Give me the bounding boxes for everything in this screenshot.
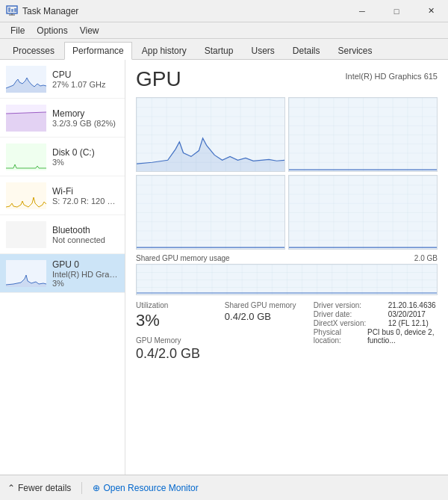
- gpu-memory-label: GPU Memory: [136, 336, 225, 345]
- sidebar-item-disk[interactable]: Disk 0 (C:)3%: [0, 138, 125, 176]
- sidebar-mini-chart-disk: [6, 143, 46, 170]
- shared-memory-max: 2.0 GB: [414, 254, 438, 262]
- sidebar-item-info-wifi: Wi-FiS: 72.0 R: 120 Kbps: [52, 186, 119, 206]
- close-button[interactable]: ✕: [414, 0, 448, 22]
- sidebar-item-info-disk: Disk 0 (C:)3%: [52, 147, 119, 167]
- tab-services[interactable]: Services: [330, 42, 381, 59]
- main-content: CPU27% 1.07 GHz Memory3.2/3.9 GB (82%) D…: [0, 60, 448, 475]
- detail-header: GPU Intel(R) HD Graphics 615: [136, 67, 438, 91]
- directx-row: DirectX version: 12 (FL 12.1): [314, 319, 438, 327]
- sidebar-item-name-gpu: GPU 0: [52, 259, 119, 270]
- sidebar-mini-chart-bluetooth: [6, 221, 46, 248]
- fewer-details-button[interactable]: ⌃ Fewer details: [7, 483, 71, 493]
- utilization-value: 3%: [136, 311, 225, 330]
- directx-label: DirectX version:: [314, 319, 388, 327]
- svg-rect-2: [11, 9, 13, 12]
- driver-date-label: Driver date:: [314, 310, 388, 318]
- maximize-button[interactable]: □: [379, 0, 414, 22]
- shared-gpu-value: 0.4/2.0 GB: [225, 311, 314, 322]
- svg-rect-19: [289, 98, 437, 171]
- chart-video-processing-svg: [289, 176, 437, 249]
- menu-item-file[interactable]: File: [4, 24, 31, 37]
- fewer-details-label: Fewer details: [18, 483, 71, 493]
- resource-monitor-icon: ⊕: [93, 483, 100, 493]
- chart-video-decode: ▾ Video Decode 0%: [136, 175, 285, 250]
- sidebar-item-sub-wifi: S: 72.0 R: 120 Kbps: [52, 197, 119, 206]
- chart-copy: ▾ Copy 0%: [288, 97, 438, 172]
- sidebar-item-cpu[interactable]: CPU27% 1.07 GHz: [0, 60, 125, 99]
- tab-details[interactable]: Details: [284, 42, 329, 59]
- sidebar-item-wifi[interactable]: Wi-FiS: 72.0 R: 120 Kbps: [0, 176, 125, 215]
- tab-processes[interactable]: Processes: [4, 42, 63, 59]
- driver-version-row: Driver version: 21.20.16.4636: [314, 301, 438, 309]
- gpu-subtitle: Intel(R) HD Graphics 615: [346, 72, 438, 81]
- sidebar-item-sub2-gpu: 3%: [52, 279, 119, 288]
- sidebar-item-info-memory: Memory3.2/3.9 GB (82%): [52, 108, 119, 128]
- sidebar-item-name-bluetooth: Bluetooth: [52, 225, 119, 235]
- driver-date-value: 03/20/2017: [388, 310, 426, 318]
- titlebar-left: Task Manager: [6, 5, 78, 17]
- shared-memory-section: Shared GPU memory usage 2.0 GB: [136, 254, 438, 295]
- sidebar-item-name-wifi: Wi-Fi: [52, 186, 119, 197]
- sidebar-item-name-disk: Disk 0 (C:): [52, 147, 119, 158]
- svg-rect-11: [6, 182, 46, 209]
- shared-gpu-label: Shared GPU memory: [225, 301, 314, 309]
- shared-memory-svg: [137, 265, 437, 294]
- sidebar-mini-chart-wifi: [6, 182, 46, 209]
- task-manager-icon: [6, 5, 18, 17]
- footer-separator: [81, 482, 82, 494]
- tab-performance[interactable]: Performance: [64, 42, 132, 60]
- sidebar-mini-chart-memory: [6, 105, 46, 132]
- physical-location-row: Physical location: PCI bus 0, device 2, …: [314, 328, 438, 345]
- svg-marker-9: [6, 112, 46, 132]
- svg-rect-23: [289, 176, 437, 249]
- footer: ⌃ Fewer details ⊕ Open Resource Monitor: [0, 475, 448, 500]
- driver-version-label: Driver version:: [314, 301, 388, 309]
- directx-value: 12 (FL 12.1): [388, 319, 429, 327]
- chart-3d: ▾ 3D 3%: [136, 97, 285, 172]
- sidebar-item-sub-cpu: 27% 1.07 GHz: [52, 80, 119, 89]
- minimize-button[interactable]: ─: [345, 0, 379, 22]
- sidebar-item-sub-gpu: Intel(R) HD Graphics 61...: [52, 270, 119, 279]
- chevron-up-icon: ⌃: [7, 483, 15, 493]
- sidebar-item-name-memory: Memory: [52, 108, 119, 119]
- sidebar-item-info-cpu: CPU27% 1.07 GHz: [52, 70, 119, 89]
- svg-rect-12: [6, 221, 46, 248]
- utilization-label: Utilization: [136, 301, 225, 309]
- sidebar: CPU27% 1.07 GHz Memory3.2/3.9 GB (82%) D…: [0, 60, 125, 475]
- shared-memory-header: Shared GPU memory usage 2.0 GB: [136, 254, 438, 262]
- shared-memory-chart: [136, 264, 438, 295]
- titlebar-title: Task Manager: [22, 6, 78, 16]
- chart-3d-svg: [137, 98, 284, 171]
- sidebar-item-sub-bluetooth: Not connected: [52, 235, 119, 244]
- driver-date-row: Driver date: 03/20/2017: [314, 310, 438, 318]
- svg-rect-25: [137, 265, 437, 294]
- tabbar: ProcessesPerformanceApp historyStartupUs…: [0, 39, 448, 60]
- driver-version-value: 21.20.16.4636: [388, 301, 436, 309]
- sidebar-item-gpu[interactable]: GPU 0Intel(R) HD Graphics 61...3%: [0, 254, 125, 293]
- detail-panel: GPU Intel(R) HD Graphics 615 ▾ 3D 3%: [125, 60, 448, 475]
- utilization-col: Utilization 3% GPU Memory 0.4/2.0 GB: [136, 301, 225, 362]
- sidebar-item-info-bluetooth: BluetoothNot connected: [52, 225, 119, 244]
- gpu-title: GPU: [136, 67, 181, 91]
- driver-info-col: Driver version: 21.20.16.4636 Driver dat…: [314, 301, 438, 362]
- chart-video-decode-svg: [137, 176, 284, 249]
- menu-item-options[interactable]: Options: [31, 24, 73, 37]
- tab-app-history[interactable]: App history: [134, 42, 195, 59]
- sidebar-item-info-gpu: GPU 0Intel(R) HD Graphics 61...3%: [52, 259, 119, 288]
- svg-rect-21: [137, 176, 284, 249]
- sidebar-item-sub-memory: 3.2/3.9 GB (82%): [52, 119, 119, 128]
- tab-users[interactable]: Users: [243, 42, 282, 59]
- shared-gpu-col: Shared GPU memory 0.4/2.0 GB: [225, 301, 314, 362]
- open-resource-monitor-link[interactable]: ⊕ Open Resource Monitor: [93, 483, 198, 493]
- svg-rect-3: [14, 8, 16, 12]
- sidebar-item-bluetooth[interactable]: BluetoothNot connected: [0, 215, 125, 254]
- chart-copy-svg: [289, 98, 437, 171]
- sidebar-item-memory[interactable]: Memory3.2/3.9 GB (82%): [0, 99, 125, 138]
- stats-section: Utilization 3% GPU Memory 0.4/2.0 GB Sha…: [136, 301, 438, 362]
- menu-item-view[interactable]: View: [74, 24, 105, 37]
- sidebar-item-sub-disk: 3%: [52, 158, 119, 167]
- svg-rect-10: [6, 143, 46, 170]
- open-resource-label: Open Resource Monitor: [103, 483, 198, 493]
- tab-startup[interactable]: Startup: [196, 42, 242, 59]
